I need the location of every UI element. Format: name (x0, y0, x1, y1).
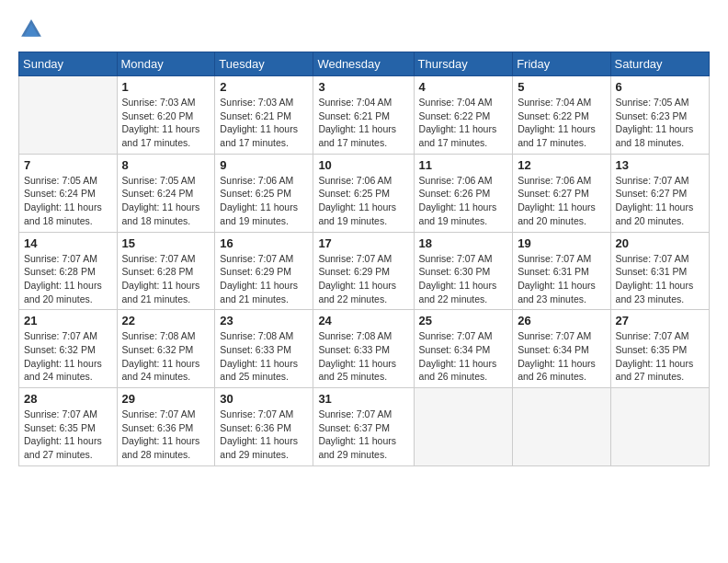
calendar-cell: 15Sunrise: 7:07 AM Sunset: 6:28 PM Dayli… (117, 232, 215, 310)
calendar-cell (513, 388, 610, 466)
day-info: Sunrise: 7:08 AM Sunset: 6:33 PM Dayligh… (220, 329, 308, 384)
day-number: 16 (220, 236, 308, 250)
calendar-cell: 9Sunrise: 7:06 AM Sunset: 6:25 PM Daylig… (215, 154, 313, 232)
day-info: Sunrise: 7:05 AM Sunset: 6:24 PM Dayligh… (24, 174, 112, 228)
day-info: Sunrise: 7:07 AM Sunset: 6:35 PM Dayligh… (616, 329, 704, 384)
day-number: 22 (122, 314, 210, 327)
weekday-header-sunday: Sunday (19, 52, 118, 76)
day-info: Sunrise: 7:06 AM Sunset: 6:27 PM Dayligh… (518, 174, 605, 228)
week-row-2: 7Sunrise: 7:05 AM Sunset: 6:24 PM Daylig… (19, 154, 710, 232)
day-number: 1 (122, 80, 210, 94)
weekday-header-saturday: Saturday (610, 52, 709, 76)
day-number: 10 (318, 158, 408, 172)
calendar-cell: 23Sunrise: 7:08 AM Sunset: 6:33 PM Dayli… (215, 310, 313, 388)
calendar-cell: 7Sunrise: 7:05 AM Sunset: 6:24 PM Daylig… (19, 154, 118, 232)
calendar-cell: 12Sunrise: 7:06 AM Sunset: 6:27 PM Dayli… (513, 154, 610, 232)
weekday-header-thursday: Thursday (414, 52, 513, 76)
calendar-cell: 5Sunrise: 7:04 AM Sunset: 6:22 PM Daylig… (513, 76, 610, 155)
calendar-cell: 14Sunrise: 7:07 AM Sunset: 6:28 PM Dayli… (19, 232, 118, 310)
calendar-cell: 20Sunrise: 7:07 AM Sunset: 6:31 PM Dayli… (610, 232, 709, 310)
calendar-cell: 28Sunrise: 7:07 AM Sunset: 6:35 PM Dayli… (19, 388, 118, 466)
weekday-header-wednesday: Wednesday (313, 52, 414, 76)
week-row-4: 21Sunrise: 7:07 AM Sunset: 6:32 PM Dayli… (19, 310, 710, 388)
day-info: Sunrise: 7:08 AM Sunset: 6:33 PM Dayligh… (318, 329, 408, 384)
calendar-cell: 8Sunrise: 7:05 AM Sunset: 6:24 PM Daylig… (117, 154, 215, 232)
calendar-cell: 13Sunrise: 7:07 AM Sunset: 6:27 PM Dayli… (610, 154, 709, 232)
day-number: 12 (518, 158, 605, 172)
day-number: 29 (122, 392, 210, 406)
day-number: 31 (318, 392, 408, 406)
calendar-cell: 18Sunrise: 7:07 AM Sunset: 6:30 PM Dayli… (414, 232, 513, 310)
day-number: 4 (419, 80, 508, 94)
calendar-cell: 19Sunrise: 7:07 AM Sunset: 6:31 PM Dayli… (513, 232, 610, 310)
day-number: 3 (318, 80, 408, 94)
day-number: 18 (419, 236, 508, 250)
day-number: 6 (616, 80, 704, 94)
calendar-cell: 2Sunrise: 7:03 AM Sunset: 6:21 PM Daylig… (215, 76, 313, 155)
day-info: Sunrise: 7:07 AM Sunset: 6:37 PM Dayligh… (318, 408, 408, 462)
calendar-cell: 3Sunrise: 7:04 AM Sunset: 6:21 PM Daylig… (313, 76, 414, 155)
day-number: 11 (419, 158, 508, 172)
calendar-cell: 25Sunrise: 7:07 AM Sunset: 6:34 PM Dayli… (414, 310, 513, 388)
day-info: Sunrise: 7:07 AM Sunset: 6:35 PM Dayligh… (24, 408, 112, 462)
weekday-header-monday: Monday (117, 52, 215, 76)
week-row-5: 28Sunrise: 7:07 AM Sunset: 6:35 PM Dayli… (19, 388, 710, 466)
day-info: Sunrise: 7:07 AM Sunset: 6:28 PM Dayligh… (122, 252, 210, 306)
day-number: 14 (24, 236, 112, 250)
day-number: 8 (122, 158, 210, 172)
day-info: Sunrise: 7:07 AM Sunset: 6:27 PM Dayligh… (616, 174, 704, 228)
day-info: Sunrise: 7:07 AM Sunset: 6:31 PM Dayligh… (616, 252, 704, 306)
week-row-3: 14Sunrise: 7:07 AM Sunset: 6:28 PM Dayli… (19, 232, 710, 310)
day-info: Sunrise: 7:04 AM Sunset: 6:21 PM Dayligh… (318, 96, 408, 150)
day-number: 27 (616, 314, 704, 327)
day-info: Sunrise: 7:04 AM Sunset: 6:22 PM Dayligh… (419, 96, 508, 150)
day-info: Sunrise: 7:07 AM Sunset: 6:36 PM Dayligh… (122, 408, 210, 462)
day-info: Sunrise: 7:07 AM Sunset: 6:34 PM Dayligh… (518, 329, 605, 384)
day-info: Sunrise: 7:06 AM Sunset: 6:25 PM Dayligh… (318, 174, 408, 228)
day-number: 25 (419, 314, 508, 327)
day-number: 23 (220, 314, 308, 327)
calendar-cell: 4Sunrise: 7:04 AM Sunset: 6:22 PM Daylig… (414, 76, 513, 155)
calendar-cell (610, 388, 709, 466)
calendar-cell: 1Sunrise: 7:03 AM Sunset: 6:20 PM Daylig… (117, 76, 215, 155)
calendar-table: SundayMondayTuesdayWednesdayThursdayFrid… (18, 52, 710, 466)
day-info: Sunrise: 7:03 AM Sunset: 6:21 PM Dayligh… (220, 96, 308, 150)
day-info: Sunrise: 7:06 AM Sunset: 6:26 PM Dayligh… (419, 174, 508, 228)
day-number: 2 (220, 80, 308, 94)
day-number: 5 (518, 80, 605, 94)
day-info: Sunrise: 7:07 AM Sunset: 6:32 PM Dayligh… (24, 329, 112, 384)
calendar-cell: 24Sunrise: 7:08 AM Sunset: 6:33 PM Dayli… (313, 310, 414, 388)
header (18, 17, 710, 42)
weekday-header-friday: Friday (513, 52, 610, 76)
logo-icon (18, 17, 44, 42)
day-info: Sunrise: 7:07 AM Sunset: 6:29 PM Dayligh… (318, 252, 408, 306)
day-number: 7 (24, 158, 112, 172)
day-number: 13 (616, 158, 704, 172)
calendar-cell: 31Sunrise: 7:07 AM Sunset: 6:37 PM Dayli… (313, 388, 414, 466)
day-info: Sunrise: 7:07 AM Sunset: 6:29 PM Dayligh… (220, 252, 308, 306)
calendar-cell: 26Sunrise: 7:07 AM Sunset: 6:34 PM Dayli… (513, 310, 610, 388)
calendar-cell: 10Sunrise: 7:06 AM Sunset: 6:25 PM Dayli… (313, 154, 414, 232)
day-number: 30 (220, 392, 308, 406)
calendar-cell (414, 388, 513, 466)
page: SundayMondayTuesdayWednesdayThursdayFrid… (0, 0, 728, 476)
day-info: Sunrise: 7:07 AM Sunset: 6:28 PM Dayligh… (24, 252, 112, 306)
calendar-cell: 27Sunrise: 7:07 AM Sunset: 6:35 PM Dayli… (610, 310, 709, 388)
day-info: Sunrise: 7:08 AM Sunset: 6:32 PM Dayligh… (122, 329, 210, 384)
calendar-cell: 30Sunrise: 7:07 AM Sunset: 6:36 PM Dayli… (215, 388, 313, 466)
day-number: 28 (24, 392, 112, 406)
day-number: 15 (122, 236, 210, 250)
day-number: 26 (518, 314, 605, 327)
day-info: Sunrise: 7:07 AM Sunset: 6:34 PM Dayligh… (419, 329, 508, 384)
week-row-1: 1Sunrise: 7:03 AM Sunset: 6:20 PM Daylig… (19, 76, 710, 155)
day-number: 9 (220, 158, 308, 172)
day-info: Sunrise: 7:07 AM Sunset: 6:30 PM Dayligh… (419, 252, 508, 306)
calendar-cell: 21Sunrise: 7:07 AM Sunset: 6:32 PM Dayli… (19, 310, 118, 388)
calendar-cell: 29Sunrise: 7:07 AM Sunset: 6:36 PM Dayli… (117, 388, 215, 466)
day-number: 24 (318, 314, 408, 327)
calendar-cell: 17Sunrise: 7:07 AM Sunset: 6:29 PM Dayli… (313, 232, 414, 310)
calendar-cell (19, 76, 118, 155)
day-number: 17 (318, 236, 408, 250)
day-number: 19 (518, 236, 605, 250)
day-info: Sunrise: 7:07 AM Sunset: 6:36 PM Dayligh… (220, 408, 308, 462)
